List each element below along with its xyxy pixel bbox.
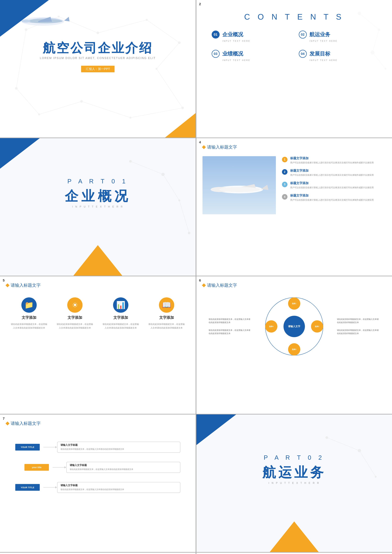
svg-point-9 (38, 113, 40, 115)
svg-point-27 (21, 20, 31, 23)
item-subtitle: INPUT TEXT HERE (309, 40, 377, 42)
list-item-3: 3 标题文字添加 用户可以在投影仪或者计算机上进行演示也可以将演示文稿打印出来制… (282, 181, 386, 189)
flow-diagram: YOUR TITLE 请输入文字标题 请在此处添加详细描述文本，在这里输入文本请… (6, 435, 189, 499)
right-text: 请在此处添加详细描述文本，在这里输入文本请在此处添加详细描述文本 请在此处添加详… (337, 318, 380, 335)
content-area: 1 标题文字添加 用户可以在投影仪或者计算机上进行演示也可以将演示文稿打印出来制… (203, 156, 386, 214)
flow-label-3: YOUR TITLE (15, 484, 40, 491)
top-triangle (0, 138, 40, 169)
svg-point-8 (80, 100, 83, 103)
item-number-circle: 4 (282, 194, 287, 200)
item-desc: 用户可以在投影仪或者计算机上进行演示也可以将演示文稿打印出来制作成胶片以便应用 (290, 161, 374, 164)
item-number-circle: 1 (282, 157, 287, 162)
item-text: 标题文字添加 用户可以在投影仪或者计算机上进行演示也可以将演示文稿打印出来制作成… (290, 156, 374, 164)
flow-desc-box: 请输入文字标题 请在此处添加详细描述文本，在这里输入文本请在此处添加详细描述文本 (66, 462, 180, 473)
text-block-3: 请在此处添加详细描述文本，在这里输入文本请在此处添加详细描述文本 (337, 318, 380, 324)
icon-title: 文字添加 (68, 315, 82, 320)
flow-label-2: your title (24, 464, 49, 471)
chart-icon: 📊 (113, 297, 128, 313)
item-subtitle: INPUT TEXT HERE (222, 40, 290, 42)
item-title: 发展目标 (309, 50, 330, 57)
slide-5: 5 请输入标题文字 📁 文字添加 请在此处添加详细描述文本，在这里输入文本请在此… (0, 276, 196, 414)
diagram: 请在此处添加详细描述文本，在这里输入文本请在此处添加详细描述文本 请在此处添加详… (203, 293, 386, 360)
item-desc: 用户可以在投影仪或者计算机上进行演示也可以将演示文稿打印出来制作成胶片以便应用 (290, 186, 374, 189)
main-title: 航空公司企业介绍 (0, 40, 196, 56)
flow-desc-box: 请输入文字标题 请在此处添加详细描述文本，在这里输入文本请在此处添加详细描述文本 (57, 482, 180, 493)
left-text: 请在此处添加详细描述文本，在这里输入文本请在此处添加详细描述文本 请在此处添加详… (209, 318, 252, 335)
bottom-triangle (165, 113, 196, 138)
item-title: 标题文字添加 (290, 194, 374, 198)
list-item-2: 2 标题文字添加 用户可以在投影仪或者计算机上进行演示也可以将演示文稿打印出来制… (282, 168, 386, 177)
svg-point-7 (129, 117, 131, 119)
list-item-4: 4 标题文字添加 用户可以在投影仪或者计算机上进行演示也可以将演示文稿打印出来制… (282, 194, 386, 202)
svg-point-48 (219, 187, 260, 192)
icon-item-4: 📖 文字添加 请在此处添加详细描述文本，在这里输入文本请在此处添加详细描述文本 (148, 297, 185, 330)
svg-point-6 (181, 106, 184, 109)
contents-item-1: 01 企业概况 INPUT TEXT HERE (212, 31, 290, 42)
top-triangle (196, 414, 236, 445)
flow-desc-box: 请输入文字标题 请在此处添加详细描述文本，在这里输入文本请在此处添加详细描述文本 (57, 442, 180, 453)
item-title: 标题文字添加 (290, 168, 374, 173)
icons-row: 📁 文字添加 请在此处添加详细描述文本，在这里输入文本请在此处添加详细描述文本 … (6, 297, 189, 330)
orbit-item-2: 选择2 (311, 320, 323, 333)
flow-connector: 请输入文字标题 请在此处添加详细描述文本，在这里输入文本请在此处添加详细描述文本 (53, 462, 180, 473)
list-items: 1 标题文字添加 用户可以在投影仪或者计算机上进行演示也可以将演示文稿打印出来制… (282, 156, 386, 214)
diamond-icon (202, 145, 206, 149)
presenter-tag: 汇报人：第一PPT (81, 66, 115, 72)
icon-desc: 请在此处添加详细描述文本，在这里输入文本请在此处添加详细描述文本 (102, 323, 139, 330)
svg-line-52 (327, 438, 359, 450)
svg-marker-26 (64, 17, 70, 21)
flow-line (43, 487, 56, 488)
svg-point-49 (325, 436, 328, 439)
item-header: 01 企业概况 (212, 31, 290, 39)
flow-arrow (55, 486, 57, 488)
flow-arrow (55, 446, 57, 448)
book-icon: 📖 (159, 297, 174, 313)
icon-desc: 请在此处添加详细描述文本，在这里输入文本请在此处添加详细描述文本 (11, 323, 47, 330)
contents-item-2: 02 航运业务 INPUT TEXT HERE (299, 31, 377, 42)
diamond-icon (6, 421, 9, 425)
svg-line-13 (98, 20, 147, 33)
text-block-2: 请在此处添加详细描述文本，在这里输入文本请在此处添加详细描述文本 (209, 329, 252, 335)
main-title: 航运业务 (196, 463, 392, 482)
section-title: 请输入标题文字 (6, 421, 189, 426)
svg-rect-43 (203, 156, 276, 214)
text-block-1: 请在此处添加详细描述文本，在这里输入文本请在此处添加详细描述文本 (209, 318, 252, 324)
contents-item-3: 03 业绩概况 INPUT TEXT HERE (212, 50, 290, 62)
flow-desc: 请在此处添加详细描述文本，在这里输入文本请在此处添加详细描述文本 (61, 488, 177, 491)
flow-row-3: YOUR TITLE 请输入文字标题 请在此处添加详细描述文本，在这里输入文本请… (15, 482, 180, 493)
svg-line-18 (81, 101, 130, 118)
slide-9: 9 请输入标题文字 标题添加此处 (0, 553, 196, 554)
icon-desc: 请在此处添加详细描述文本，在这里输入文本请在此处添加详细描述文本 (148, 323, 185, 330)
flow-row-1: YOUR TITLE 请输入文字标题 请在此处添加详细描述文本，在这里输入文本请… (15, 442, 180, 453)
icon-title: 文字添加 (22, 315, 36, 320)
slide-number: 4 (199, 140, 201, 144)
svg-line-19 (39, 101, 81, 114)
slide-10: 10 请输入标题文字 关键词 (196, 553, 392, 554)
flow-connector: 请输入文字标题 请在此处添加详细描述文本，在这里输入文本请在此处添加详细描述文本 (43, 482, 180, 493)
airplane-svg (203, 156, 276, 214)
diamond-icon (6, 283, 9, 287)
svg-point-38 (188, 232, 190, 234)
item-title: 航运业务 (309, 31, 330, 38)
item-number-circle: 2 (282, 169, 287, 175)
icon-item-3: 📊 文字添加 请在此处添加详细描述文本，在这里输入文本请在此处添加详细描述文本 (102, 297, 139, 330)
sub-text: I N P U T T E X T H E R R (196, 482, 392, 484)
center-circle: 请输入文字 (283, 316, 305, 337)
flow-line (43, 447, 56, 447)
svg-point-36 (161, 173, 165, 176)
item-number: 02 (299, 31, 307, 39)
icon-item-1: 📁 文字添加 请在此处添加详细描述文本，在这里输入文本请在此处添加详细描述文本 (11, 297, 47, 330)
part-label: P A R T 0 1 (0, 178, 196, 185)
flow-title: 请输入文字标题 (61, 484, 177, 487)
slide-2: 2 C O N T E N T S 01 企业概况 INPUT TEXT HER… (196, 0, 392, 138)
sub-title: LOREM IPSUM DOLOR SIT AMET, CONSECTETUER… (0, 56, 196, 60)
svg-line-16 (156, 69, 183, 108)
svg-point-2 (97, 32, 99, 34)
slide-4: 4 请输入标题文字 (196, 138, 392, 276)
section-title-text: 请输入标题文字 (207, 282, 237, 288)
slide-number: 2 (199, 2, 201, 6)
section-title-text: 请输入标题文字 (11, 282, 41, 288)
contents-grid: 01 企业概况 INPUT TEXT HERE 02 航运业务 INPUT TE… (203, 31, 386, 62)
flow-label-1: YOUR TITLE (15, 444, 40, 450)
bottom-triangle (73, 245, 122, 276)
